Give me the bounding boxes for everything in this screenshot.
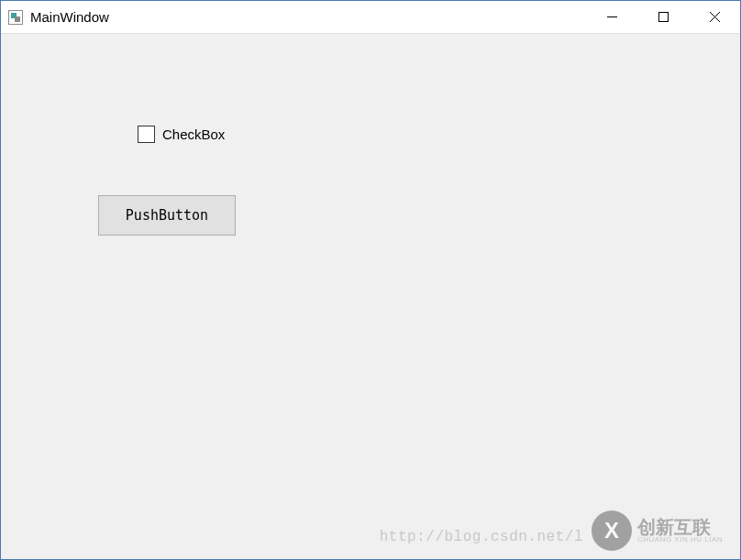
pushbutton-label: PushButton xyxy=(126,207,208,224)
close-icon xyxy=(710,12,720,22)
maximize-icon xyxy=(658,12,669,22)
maximize-button[interactable] xyxy=(637,1,689,32)
checkbox-label: CheckBox xyxy=(162,126,225,142)
window-controls xyxy=(586,1,740,32)
push-button[interactable]: PushButton xyxy=(98,195,236,236)
close-button[interactable] xyxy=(689,1,740,32)
logo-icon: X xyxy=(592,511,632,551)
window-title: MainWindow xyxy=(30,9,109,25)
client-area: CheckBox PushButton http://blog.csdn.net… xyxy=(2,34,739,558)
watermark-logo: X 创新互联 CHUANG XIN HU LIAN xyxy=(592,509,734,553)
app-icon xyxy=(8,10,23,25)
watermark-url: http://blog.csdn.net/l xyxy=(380,529,583,545)
logo-text-sub: CHUANG XIN HU LIAN xyxy=(637,536,723,544)
main-window: MainWindow CheckBox PushButton http://bl… xyxy=(0,0,741,560)
minimize-icon xyxy=(607,12,617,22)
logo-text-main: 创新互联 xyxy=(637,518,723,536)
titlebar[interactable]: MainWindow xyxy=(1,1,740,34)
logo-text: 创新互联 CHUANG XIN HU LIAN xyxy=(637,518,723,544)
checkbox-box-icon[interactable] xyxy=(138,126,155,143)
checkbox[interactable]: CheckBox xyxy=(138,126,225,143)
svg-rect-1 xyxy=(658,12,668,21)
minimize-button[interactable] xyxy=(586,1,637,32)
